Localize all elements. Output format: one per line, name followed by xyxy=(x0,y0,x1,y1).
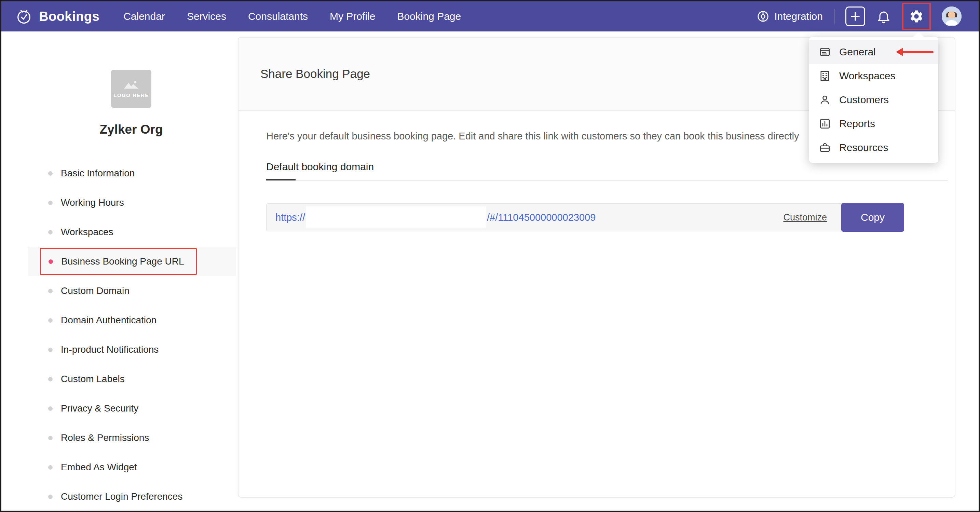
top-nav: Calendar Services Consulatants My Profil… xyxy=(123,11,461,22)
bullet-icon xyxy=(48,407,52,411)
gear-icon xyxy=(909,9,924,24)
logo-placeholder[interactable]: LOGO HERE xyxy=(111,70,151,108)
sidebar-item-business-booking-page-url[interactable]: Business Booking Page URL xyxy=(28,247,236,276)
menu-item-reports[interactable]: Reports xyxy=(809,112,938,136)
topbar-actions: Integration xyxy=(757,3,961,30)
annotation-highlight-settings xyxy=(902,3,931,30)
menu-item-label: General xyxy=(839,46,876,58)
page-title: Share Booking Page xyxy=(260,67,370,81)
sidebar-item-label: Workspaces xyxy=(61,226,113,238)
menu-item-resources[interactable]: Resources xyxy=(809,136,938,160)
notifications-button[interactable] xyxy=(876,9,891,24)
plus-icon xyxy=(850,11,861,22)
nav-consulatants[interactable]: Consulatants xyxy=(248,11,308,22)
bullet-icon xyxy=(48,171,52,176)
booking-url-box: https:// /#/111045000000023009 Customize… xyxy=(266,203,904,231)
sidebar-item-roles-permissions[interactable]: Roles & Permissions xyxy=(28,423,236,453)
settings-button[interactable] xyxy=(909,9,924,24)
bullet-icon xyxy=(48,348,52,352)
nav-my-profile[interactable]: My Profile xyxy=(330,11,375,22)
reports-icon xyxy=(819,118,831,130)
topbar: Bookings Calendar Services Consulatants … xyxy=(2,2,978,32)
menu-item-label: Workspaces xyxy=(839,70,896,82)
topbar-divider xyxy=(834,9,834,24)
integration-button[interactable]: Integration xyxy=(757,10,823,23)
sidebar-item-workspaces[interactable]: Workspaces xyxy=(28,217,236,247)
customize-link[interactable]: Customize xyxy=(783,212,827,223)
booking-url-link[interactable]: https:// /#/111045000000023009 xyxy=(275,206,596,228)
bullet-icon xyxy=(48,465,52,470)
sidebar-item-label: Basic Information xyxy=(61,168,135,179)
org-header: LOGO HERE Zylker Org xyxy=(25,70,237,137)
sidebar-item-label: Privacy & Security xyxy=(61,403,138,414)
sidebar-item-basic-information[interactable]: Basic Information xyxy=(28,159,236,188)
nav-booking-page[interactable]: Booking Page xyxy=(397,11,461,22)
settings-sidebar: LOGO HERE Zylker Org Basic Information W… xyxy=(2,32,238,510)
general-icon xyxy=(819,46,831,58)
sidebar-item-custom-domain[interactable]: Custom Domain xyxy=(28,276,236,306)
sidebar-item-label: Roles & Permissions xyxy=(61,432,149,443)
sidebar-item-label: In-product Notifications xyxy=(61,344,159,355)
integration-label: Integration xyxy=(774,11,823,22)
sidebar-item-label: Customer Login Preferences xyxy=(61,491,183,502)
sidebar-item-label: Business Booking Page URL xyxy=(61,256,184,267)
sidebar-nav: Basic Information Working Hours Workspac… xyxy=(28,159,236,511)
menu-item-label: Customers xyxy=(839,94,889,105)
url-prefix: https:// xyxy=(275,212,305,223)
annotation-highlight-active-item: Business Booking Page URL xyxy=(40,248,197,275)
url-suffix: /#/111045000000023009 xyxy=(487,212,596,223)
org-name: Zylker Org xyxy=(25,122,237,137)
sidebar-item-custom-labels[interactable]: Custom Labels xyxy=(28,364,236,394)
sidebar-item-label: Custom Domain xyxy=(61,286,129,296)
sidebar-item-label: Embed As Widget xyxy=(61,462,137,473)
nav-calendar[interactable]: Calendar xyxy=(123,11,165,22)
sidebar-item-privacy-security[interactable]: Privacy & Security xyxy=(28,394,236,423)
add-button[interactable] xyxy=(845,6,865,26)
bullet-icon xyxy=(48,289,52,293)
copy-button[interactable]: Copy xyxy=(841,203,904,232)
redacted-domain xyxy=(306,206,486,228)
app-title: Bookings xyxy=(39,9,99,24)
menu-item-customers[interactable]: Customers xyxy=(809,88,938,112)
avatar[interactable] xyxy=(942,6,961,26)
logo-placeholder-label: LOGO HERE xyxy=(113,92,149,98)
bell-icon xyxy=(876,9,891,24)
bullet-icon xyxy=(48,494,52,499)
sidebar-item-label: Working Hours xyxy=(61,197,124,208)
bullet-icon xyxy=(48,318,52,323)
integration-icon xyxy=(757,10,770,23)
brand[interactable]: Bookings xyxy=(15,8,99,25)
tab-bar: Default booking domain xyxy=(266,161,948,181)
sidebar-item-label: Domain Authentication xyxy=(61,315,156,326)
sidebar-item-label: Custom Labels xyxy=(61,373,125,384)
settings-menu: General Workspaces Customers xyxy=(809,37,938,163)
customers-icon xyxy=(819,94,831,106)
app-window: Bookings Calendar Services Consulatants … xyxy=(0,0,980,512)
bookings-logo-icon xyxy=(15,8,33,25)
sidebar-item-embed-as-widget[interactable]: Embed As Widget xyxy=(28,453,236,482)
sidebar-item-domain-authentication[interactable]: Domain Authentication xyxy=(28,306,236,335)
bullet-icon xyxy=(48,201,52,205)
sidebar-item-working-hours[interactable]: Working Hours xyxy=(28,188,236,217)
resources-icon xyxy=(819,142,831,154)
nav-services[interactable]: Services xyxy=(187,11,226,22)
tab-default-booking-domain[interactable]: Default booking domain xyxy=(266,161,374,172)
bullet-icon xyxy=(49,259,53,264)
bullet-icon xyxy=(48,436,52,440)
menu-item-general[interactable]: General xyxy=(809,40,938,64)
workspaces-icon xyxy=(819,70,831,82)
menu-item-label: Reports xyxy=(839,118,875,129)
image-placeholder-icon xyxy=(123,80,139,89)
sidebar-item-customer-login-preferences[interactable]: Customer Login Preferences xyxy=(28,482,236,511)
bullet-icon xyxy=(48,377,52,381)
bullet-icon xyxy=(48,230,52,234)
sidebar-item-in-product-notifications[interactable]: In-product Notifications xyxy=(28,335,236,364)
menu-item-workspaces[interactable]: Workspaces xyxy=(809,64,938,88)
menu-item-label: Resources xyxy=(839,142,888,153)
